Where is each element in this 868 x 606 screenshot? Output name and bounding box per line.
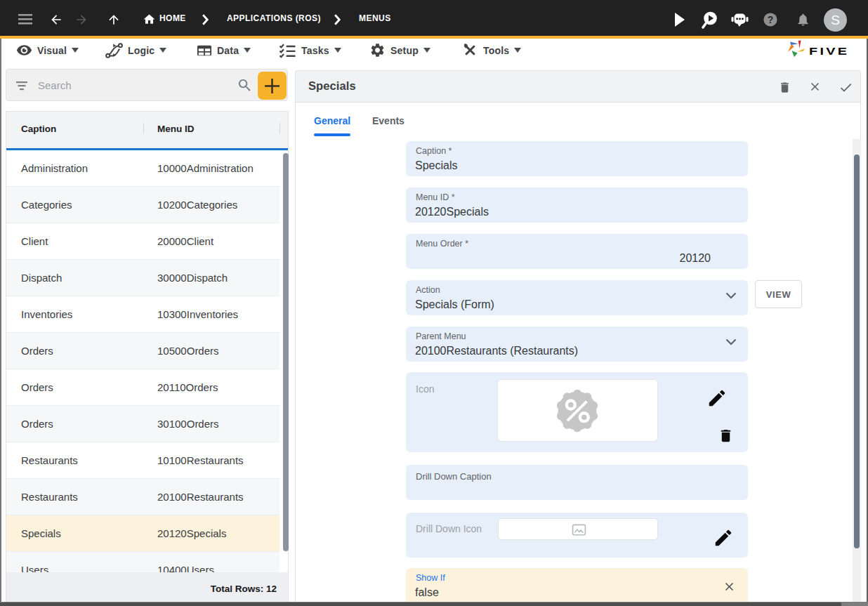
svg-text:?: ? — [768, 14, 774, 25]
